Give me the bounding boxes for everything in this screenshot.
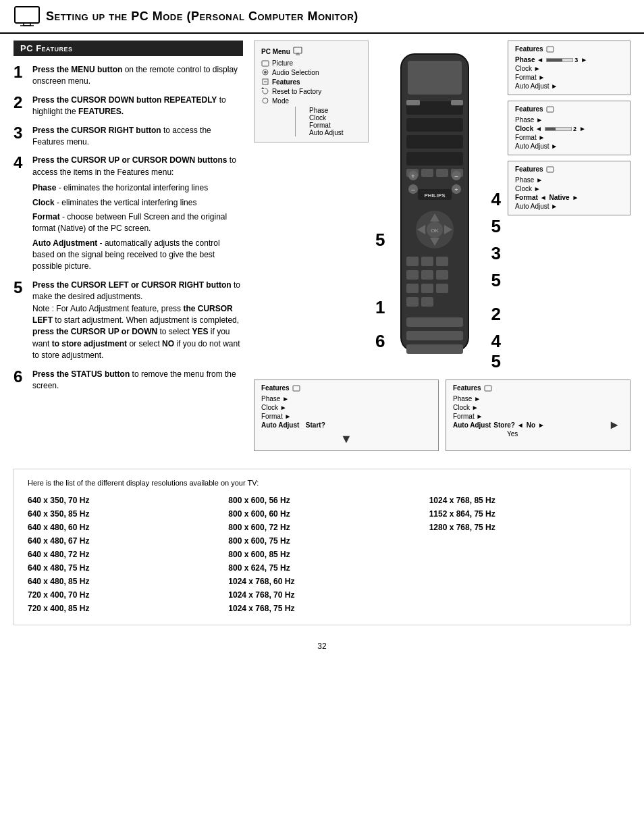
store-no-label: No	[527, 421, 535, 429]
svg-rect-41	[406, 297, 419, 307]
svg-point-8	[264, 71, 267, 74]
step-2-content: Press the CURSOR DOWN button REPEATEDLY …	[32, 95, 243, 118]
svg-rect-57	[547, 107, 554, 112]
svg-rect-47	[451, 100, 463, 105]
phase-slider-bar	[546, 58, 573, 62]
feature-box-phase: Features Phase ◄ 3 ► Clock ► Format ► Au…	[508, 41, 630, 95]
auto-box-1-title: Features	[261, 384, 431, 392]
svg-text:+: +	[411, 173, 414, 180]
reset-icon	[261, 87, 269, 95]
feature-box-1-title: Features	[515, 45, 623, 53]
svg-rect-58	[547, 167, 554, 172]
remote-illustration: 5 1 6 4 5 3 5 2 4 5 PHILIPS	[374, 41, 502, 371]
res-800-600-56: 800 x 600, 56 Hz	[228, 494, 415, 507]
svg-rect-45	[406, 344, 463, 354]
res-640-350-70: 640 x 350, 70 Hz	[28, 494, 215, 507]
res-800-600-85: 800 x 600, 85 Hz	[228, 548, 415, 561]
remote-step-5-left: 5	[375, 230, 385, 251]
feature-row-phase-2: Phase ►	[515, 115, 623, 124]
svg-text:OK: OK	[431, 228, 439, 234]
step-number-4: 4	[14, 155, 27, 171]
pc-menu-title: PC Menu	[261, 47, 361, 56]
svg-text:–: –	[454, 173, 458, 180]
res-col-2: 800 x 600, 56 Hz 800 x 600, 60 Hz 800 x …	[228, 494, 415, 615]
res-col-3: 1024 x 768, 85 Hz 1152 x 864, 75 Hz 1280…	[429, 494, 616, 615]
svg-text:+: +	[454, 186, 458, 193]
sub-phase: Phase	[298, 107, 361, 114]
resolution-section: Here is the list of the different displa…	[14, 469, 630, 625]
svg-rect-39	[421, 284, 433, 293]
res-720-400-70: 720 x 400, 70 Hz	[28, 588, 215, 602]
clock-slider-fill	[545, 128, 556, 130]
res-800-600-72: 800 x 600, 72 Hz	[228, 521, 415, 534]
svg-rect-14	[408, 61, 462, 95]
svg-rect-6	[262, 61, 269, 66]
remote-step-4-right: 4	[491, 189, 501, 210]
svg-rect-34	[436, 257, 448, 266]
step-1-content: Press the MENU button on the remote cont…	[32, 64, 243, 88]
phase-slider: 3	[546, 57, 578, 63]
step-6: 6 Press the STATUS button to remove the …	[14, 369, 243, 392]
svg-marker-11	[261, 87, 265, 89]
step-number-6: 6	[14, 369, 27, 385]
remote-step-1: 1	[375, 297, 385, 318]
res-640-350-85: 640 x 350, 85 Hz	[28, 507, 215, 521]
res-1280-768-75: 1280 x 768, 75 Hz	[429, 521, 616, 534]
res-800-600-60: 800 x 600, 60 Hz	[228, 507, 415, 521]
svg-rect-27	[406, 152, 463, 165]
features-icon	[261, 78, 269, 86]
right-column: PC Menu Picture Audio Selection Features	[254, 41, 630, 451]
feature-row-phase-1: Phase ◄ 3 ►	[515, 55, 623, 64]
monitor-icon	[14, 5, 41, 27]
phase-slider-fill	[547, 59, 562, 61]
clock-slider: 2	[545, 126, 576, 132]
auto-box-2-title: Features	[453, 384, 623, 392]
svg-rect-38	[406, 284, 419, 293]
sub-clock: Clock	[298, 114, 361, 122]
svg-rect-40	[436, 284, 448, 293]
resolution-table: 640 x 350, 70 Hz 640 x 350, 85 Hz 640 x …	[28, 494, 616, 615]
pc-menu-diagram: PC Menu Picture Audio Selection Features	[254, 41, 369, 142]
features-icon-auto1	[292, 385, 300, 392]
main-content: PC Features 1 Press the MENU button on t…	[0, 34, 644, 458]
res-1024-768-60: 1024 x 768, 60 Hz	[228, 575, 415, 588]
feature-boxes-container: Features Phase ◄ 3 ► Clock ► Format ► Au…	[508, 41, 630, 215]
page-title: Setting up the PC Mode (Personal Compute…	[46, 9, 358, 24]
svg-rect-30	[436, 169, 448, 177]
svg-rect-25	[406, 118, 463, 132]
res-640-480-85: 640 x 480, 85 Hz	[28, 575, 215, 588]
feature-row-autoadj-2: Auto Adjust ►	[515, 142, 623, 151]
auto-adjust-section: Features Phase ► Clock ► Format ► Auto A…	[254, 380, 630, 451]
step-number-1: 1	[14, 64, 27, 80]
menu-column: PC Menu Picture Audio Selection Features	[254, 41, 369, 142]
svg-rect-46	[406, 100, 420, 105]
feature-row-format-2: Format ►	[515, 133, 623, 142]
left-column: PC Features 1 Press the MENU button on t…	[14, 41, 243, 451]
feature-row-format-1: Format ►	[515, 73, 623, 82]
svg-text:–: –	[411, 186, 414, 193]
feature-box-2-title: Features	[515, 105, 623, 113]
remote-svg: PHILIPS OK	[387, 41, 482, 365]
page-number: 32	[0, 636, 644, 656]
mode-icon	[261, 97, 269, 105]
picture-icon	[261, 60, 269, 67]
auto2-clock: Clock ►	[453, 403, 623, 412]
clock-slider-bar	[545, 127, 572, 131]
features-icon-1	[546, 46, 554, 53]
feature-row-autoadj-1: Auto Adjust ►	[515, 82, 623, 90]
res-720-400-85: 720 x 400, 85 Hz	[28, 602, 215, 615]
svg-rect-42	[421, 297, 433, 307]
menu-sub-list: Phase Clock Format Auto Adjust	[295, 107, 361, 136]
remote-step-5-right3: 5	[491, 351, 501, 372]
res-col-1: 640 x 350, 70 Hz 640 x 350, 85 Hz 640 x …	[28, 494, 215, 615]
menu-item-picture: Picture	[261, 59, 361, 68]
audio-icon	[261, 68, 269, 76]
res-640-480-67: 640 x 480, 67 Hz	[28, 534, 215, 548]
svg-rect-3	[294, 47, 302, 53]
remote-step-4-right2: 4	[491, 331, 501, 352]
remote-step-3: 3	[491, 243, 501, 264]
pc-menu-icon	[293, 47, 302, 56]
page-header: Setting up the PC Mode (Personal Compute…	[0, 0, 644, 34]
sub-format: Format	[298, 122, 361, 129]
feature-row-phase-3: Phase ►	[515, 176, 623, 184]
